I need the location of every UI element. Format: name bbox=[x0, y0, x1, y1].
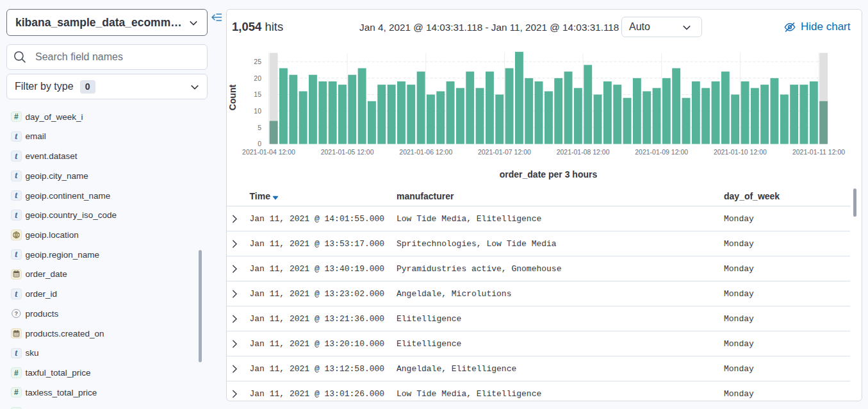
svg-text:2021-01-06 12:00: 2021-01-06 12:00 bbox=[399, 148, 452, 156]
svg-text:15: 15 bbox=[254, 90, 261, 98]
svg-text:5: 5 bbox=[258, 124, 261, 131]
svg-text:2021-01-05 12:00: 2021-01-05 12:00 bbox=[321, 148, 374, 156]
svg-text:2021-01-04 12:00: 2021-01-04 12:00 bbox=[242, 148, 295, 156]
svg-text:order_date per 3 hours: order_date per 3 hours bbox=[500, 169, 598, 179]
svg-text:25: 25 bbox=[254, 58, 261, 65]
svg-text:2021-01-10 12:00: 2021-01-10 12:00 bbox=[714, 148, 767, 156]
svg-text:2021-01-07 12:00: 2021-01-07 12:00 bbox=[478, 148, 531, 156]
svg-text:Count: Count bbox=[227, 84, 238, 110]
svg-text:10: 10 bbox=[254, 107, 261, 115]
svg-text:2021-01-11 12:00: 2021-01-11 12:00 bbox=[792, 148, 845, 156]
svg-text:2021-01-08 12:00: 2021-01-08 12:00 bbox=[557, 148, 610, 156]
svg-text:2021-01-09 12:00: 2021-01-09 12:00 bbox=[635, 148, 688, 156]
svg-text:0: 0 bbox=[258, 140, 261, 147]
svg-text:20: 20 bbox=[254, 74, 261, 82]
